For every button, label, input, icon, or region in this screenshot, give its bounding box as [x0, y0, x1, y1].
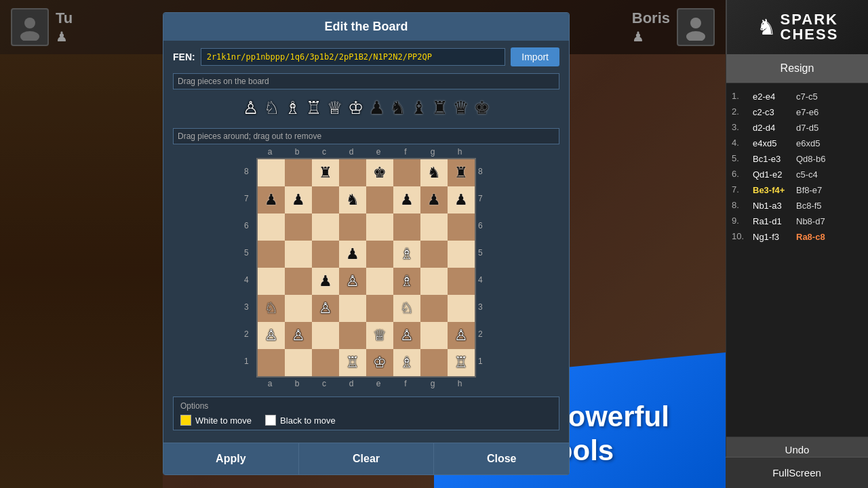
black-knight-piece[interactable]: ♞ [390, 98, 406, 119]
fullscreen-button[interactable]: FullScreen [726, 457, 868, 488]
board-cell[interactable] [285, 214, 312, 241]
board-cell[interactable]: ♕ [366, 322, 393, 349]
move-white[interactable]: e4xd5 [751, 138, 791, 149]
board-cell[interactable] [366, 214, 393, 241]
board-cell[interactable] [339, 159, 366, 186]
board-cell[interactable] [312, 322, 339, 349]
board-cell[interactable]: ♙ [258, 322, 285, 349]
board-cell[interactable]: ♟ [339, 241, 366, 268]
move-black[interactable]: Bc8-f5 [794, 200, 835, 211]
board-cell[interactable] [312, 349, 339, 376]
board-cell[interactable] [366, 241, 393, 268]
board-cell[interactable] [339, 322, 366, 349]
board-cell[interactable]: ♙ [312, 295, 339, 322]
board-cell[interactable]: ♖ [339, 349, 366, 376]
apply-button[interactable]: Apply [163, 443, 299, 474]
board-cell[interactable]: ♜ [312, 159, 339, 186]
board-cell[interactable]: ♟ [420, 186, 448, 214]
board-cell[interactable]: ♗ [393, 268, 420, 295]
move-black[interactable]: e6xd5 [794, 138, 835, 149]
board-cell[interactable]: ♟ [393, 186, 420, 214]
move-white[interactable]: c2-c3 [751, 106, 791, 118]
black-pawn-piece[interactable]: ♟ [369, 98, 384, 119]
move-black[interactable]: Bf8-e7 [794, 184, 835, 196]
board-cell[interactable]: ♟ [312, 268, 339, 295]
board-cell[interactable] [312, 186, 339, 214]
board-cell[interactable] [366, 295, 393, 322]
fen-input[interactable] [201, 48, 506, 66]
move-black[interactable]: d7-d5 [794, 122, 835, 134]
board-cell[interactable] [285, 295, 312, 322]
board-cell[interactable] [420, 349, 448, 376]
move-white[interactable]: Nb1-a3 [751, 200, 791, 211]
move-white[interactable]: Ng1-f3 [751, 231, 791, 243]
move-white[interactable]: Bc1-e3 [751, 153, 791, 165]
board-cell[interactable]: ♙ [339, 268, 366, 295]
board-cell[interactable]: ♗ [393, 241, 420, 268]
board-cell[interactable] [393, 214, 420, 241]
board-cell[interactable] [312, 214, 339, 241]
board-cell[interactable] [448, 295, 475, 322]
board-cell[interactable] [339, 214, 366, 241]
move-black[interactable]: Ra8-c8 [794, 231, 835, 243]
white-bishop-piece[interactable]: ♗ [285, 98, 300, 119]
clear-button[interactable]: Clear [299, 443, 435, 474]
move-white[interactable]: Be3-f4+ [751, 184, 791, 196]
white-rook-piece[interactable]: ♖ [306, 98, 321, 119]
black-rook-piece[interactable]: ♜ [432, 98, 448, 119]
board-cell[interactable] [258, 268, 285, 295]
white-pawn-piece[interactable]: ♙ [243, 98, 258, 119]
board-cell[interactable]: ♜ [448, 159, 475, 186]
white-to-move-checkbox[interactable] [180, 415, 191, 426]
board-cell[interactable] [366, 268, 393, 295]
board-cell[interactable]: ♖ [448, 349, 475, 376]
white-knight-piece[interactable]: ♘ [264, 98, 279, 119]
move-white[interactable]: d2-d4 [751, 122, 791, 134]
board-cell[interactable] [258, 159, 285, 186]
board-cell[interactable]: ♙ [393, 322, 420, 349]
board-cell[interactable] [312, 241, 339, 268]
board-cell[interactable]: ♟ [285, 186, 312, 214]
white-queen-piece[interactable]: ♕ [327, 98, 342, 119]
board-cell[interactable] [339, 295, 366, 322]
black-bishop-piece[interactable]: ♝ [411, 98, 427, 119]
board-cell[interactable] [366, 186, 393, 214]
board-cell[interactable] [285, 241, 312, 268]
black-queen-piece[interactable]: ♛ [453, 98, 469, 119]
move-black[interactable]: c5-c4 [794, 169, 835, 180]
board-cell[interactable]: ♟ [258, 186, 285, 214]
board-cell[interactable]: ♔ [366, 349, 393, 376]
board-cell[interactable] [258, 349, 285, 376]
board-cell[interactable] [285, 159, 312, 186]
move-white[interactable]: Qd1-e2 [751, 169, 791, 180]
board-cell[interactable] [448, 241, 475, 268]
import-button[interactable]: Import [511, 47, 559, 66]
resign-button[interactable]: Resign [726, 54, 868, 83]
board-cell[interactable]: ♚ [366, 159, 393, 186]
move-black[interactable]: e7-e6 [794, 106, 835, 118]
move-black[interactable]: Nb8-d7 [794, 216, 835, 227]
move-white[interactable]: Ra1-d1 [751, 216, 791, 227]
black-to-move-checkbox[interactable] [265, 415, 276, 426]
move-white[interactable]: e2-e4 [751, 91, 791, 102]
board-cell[interactable]: ♗ [393, 349, 420, 376]
close-button[interactable]: Close [434, 443, 569, 474]
board-cell[interactable]: ♟ [448, 186, 475, 214]
board-cell[interactable] [258, 241, 285, 268]
move-black[interactable]: Qd8-b6 [794, 153, 835, 165]
board-cell[interactable] [420, 214, 448, 241]
chess-board[interactable]: ♜♚♞♜♟♟♞♟♟♟♟♗♟♙♗♘♙♘♙♙♕♙♙♖♔♗♖ [256, 158, 476, 378]
board-cell[interactable] [393, 159, 420, 186]
board-cell[interactable]: ♞ [420, 159, 448, 186]
board-cell[interactable] [420, 268, 448, 295]
board-cell[interactable]: ♘ [393, 295, 420, 322]
move-black[interactable]: c7-c5 [794, 91, 835, 102]
board-cell[interactable]: ♙ [285, 322, 312, 349]
board-cell[interactable]: ♞ [339, 186, 366, 214]
board-cell[interactable] [448, 268, 475, 295]
black-king-piece[interactable]: ♚ [474, 98, 490, 119]
board-cell[interactable] [285, 268, 312, 295]
board-cell[interactable] [420, 241, 448, 268]
board-cell[interactable]: ♙ [448, 322, 475, 349]
white-king-piece[interactable]: ♔ [348, 98, 363, 119]
